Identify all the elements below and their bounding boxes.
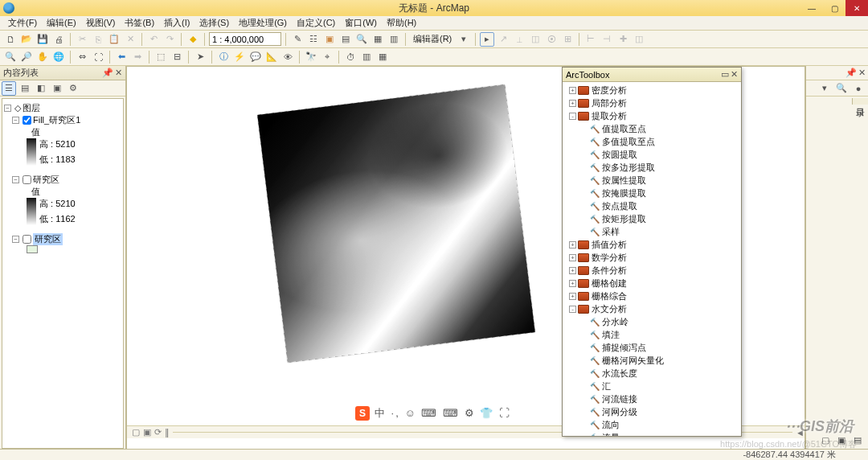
paste-icon[interactable]: 📋 — [107, 32, 121, 47]
layer-checkbox[interactable] — [23, 116, 31, 125]
map-view[interactable]: S 中 ·, ☺ ⌨ ⌨ ⚙ 👕 ⛶ ▢ ▣ ⟳ ‖ ◄ ArcToolbox … — [126, 66, 805, 450]
tool-item[interactable]: 🔨按多边形提取 — [563, 161, 741, 174]
search-icon[interactable]: 🔍 — [354, 32, 369, 47]
tree-root[interactable]: −◇图层 — [2, 102, 123, 114]
pointer-icon[interactable]: ➤ — [193, 50, 207, 64]
python-icon[interactable]: ▦ — [371, 32, 385, 47]
catalog-icon[interactable]: ▤ — [338, 32, 353, 47]
close-icon[interactable]: ✕ — [115, 68, 122, 78]
menu-insert[interactable]: 插入(I) — [159, 15, 194, 31]
toolbox-group[interactable]: -提取分析 — [563, 109, 741, 122]
edit-tool-icon[interactable]: ⊞ — [560, 32, 575, 47]
list-by-drawing-icon[interactable]: ☰ — [2, 81, 16, 96]
cut-icon[interactable]: ✂ — [75, 32, 89, 47]
tool-item[interactable]: 🔨按属性提取 — [563, 174, 741, 187]
scale-input[interactable]: 1 : 4,000,000 — [209, 32, 281, 46]
undo-icon[interactable]: ↶ — [146, 32, 161, 47]
menu-edit[interactable]: 编辑(E) — [42, 15, 81, 31]
editor-toolbar-icon[interactable]: ✎ — [290, 32, 305, 47]
pin-icon[interactable]: 📌 — [845, 68, 857, 78]
tool-item[interactable]: 🔨分水岭 — [563, 315, 741, 328]
time-slider-icon[interactable]: ⏱ — [343, 50, 358, 64]
hyperlink-icon[interactable]: ⚡ — [232, 50, 247, 64]
add-data-icon[interactable]: ◆ — [186, 32, 200, 47]
editor-label[interactable]: 编辑器(R) — [410, 33, 455, 45]
select-tool-icon[interactable]: ▸ — [480, 32, 494, 47]
tool-item[interactable]: 🔨按矩形提取 — [563, 212, 741, 225]
toolbox-group[interactable]: -水文分析 — [563, 302, 741, 315]
maximize-button[interactable]: ▢ — [823, 0, 845, 16]
tool-item[interactable]: 🔨多值提取至点 — [563, 135, 741, 148]
expand-icon[interactable]: + — [569, 87, 576, 94]
tool-item[interactable]: 🔨河流链接 — [563, 392, 741, 405]
toolbox-group[interactable]: +栅格综合 — [563, 290, 741, 302]
layer-checkbox[interactable] — [23, 235, 31, 244]
viewer-icon[interactable]: ▦ — [375, 50, 390, 64]
menu-file[interactable]: 文件(F) — [3, 15, 42, 31]
pin-icon[interactable]: 📌 — [102, 68, 113, 78]
layer-row[interactable]: −Fill_研究区1 — [2, 114, 123, 126]
copy-icon[interactable]: ⎘ — [91, 32, 105, 47]
pause-icon[interactable]: ‖ — [165, 427, 170, 437]
menu-customize[interactable]: 自定义(C) — [292, 15, 340, 31]
goto-xy-icon[interactable]: ⌖ — [320, 50, 334, 64]
full-extent-icon[interactable]: 🌐 — [51, 50, 66, 64]
modelbuilder-icon[interactable]: ▥ — [387, 32, 401, 47]
menu-help[interactable]: 帮助(H) — [382, 15, 421, 31]
fixed-zoom-out-icon[interactable]: ⛶ — [91, 50, 105, 64]
list-by-visibility-icon[interactable]: ◧ — [34, 81, 48, 96]
toolbox-group[interactable]: +栅格创建 — [563, 277, 741, 290]
collapse-icon[interactable]: − — [12, 176, 19, 183]
tool-item[interactable]: 🔨流向 — [563, 418, 741, 431]
edit-tool-icon[interactable]: ◫ — [528, 32, 542, 47]
close-button[interactable]: ✕ — [845, 0, 868, 16]
toolbox-group[interactable]: +密度分析 — [563, 84, 741, 97]
menu-geoprocessing[interactable]: 地理处理(G) — [234, 15, 292, 31]
options-icon[interactable]: ⚙ — [66, 81, 80, 96]
tool-item[interactable]: 🔨按点提取 — [563, 199, 741, 212]
save-icon[interactable]: 💾 — [35, 32, 50, 47]
collapse-icon[interactable]: − — [12, 117, 19, 124]
snap-icon[interactable]: ◫ — [632, 32, 646, 47]
refresh-icon[interactable]: ⟳ — [154, 427, 162, 437]
tool-item[interactable]: 🔨按圆提取 — [563, 148, 741, 161]
expand-icon[interactable]: + — [569, 293, 576, 300]
float-icon[interactable]: ▭ — [721, 69, 729, 80]
tool-item[interactable]: 🔨采样 — [563, 225, 741, 238]
prev-extent-icon[interactable]: ⬅ — [114, 50, 129, 64]
open-icon[interactable]: 📂 — [19, 32, 34, 47]
toolbox-group[interactable]: +条件分析 — [563, 264, 741, 277]
catalog-tab[interactable]: 目录 — [852, 98, 868, 105]
find-icon[interactable]: 🔭 — [304, 50, 318, 64]
close-icon[interactable]: ✕ — [858, 68, 866, 78]
expand-icon[interactable]: + — [569, 267, 576, 274]
list-by-source-icon[interactable]: ▤ — [18, 81, 32, 96]
layout-view-tab[interactable]: ▣ — [143, 427, 151, 437]
tool-item[interactable]: 🔨流量 — [563, 431, 741, 436]
snap-icon[interactable]: ✚ — [616, 32, 630, 47]
ime-buttons[interactable]: 中 ·, ☺ ⌨ ⌨ ⚙ 👕 ⛶ — [375, 406, 511, 421]
find-icon[interactable]: 👁 — [280, 50, 295, 64]
edit-tool-icon[interactable]: ↗ — [496, 32, 510, 47]
tool-item[interactable]: 🔨捕捉倾泻点 — [563, 341, 741, 354]
data-view-tab[interactable]: ▢ — [132, 427, 140, 437]
expand-icon[interactable]: + — [569, 241, 576, 248]
connect-icon[interactable]: ● — [851, 81, 866, 96]
select-features-icon[interactable]: ⬚ — [154, 50, 168, 64]
menu-bookmarks[interactable]: 书签(B) — [120, 15, 159, 31]
identify-icon[interactable]: ⓘ — [216, 50, 231, 64]
table-icon[interactable]: ☷ — [306, 32, 321, 47]
layer-row[interactable]: −研究区 — [2, 174, 123, 186]
redo-icon[interactable]: ↷ — [162, 32, 177, 47]
tool-item[interactable]: 🔨填洼 — [563, 328, 741, 341]
pan-icon[interactable]: ✋ — [35, 50, 50, 64]
print-icon[interactable]: 🖨 — [51, 32, 66, 47]
layer-row[interactable]: −研究区 — [2, 233, 123, 245]
close-icon[interactable]: ✕ — [731, 69, 738, 80]
measure-icon[interactable]: 📐 — [264, 50, 279, 64]
menu-window[interactable]: 窗口(W) — [340, 15, 382, 31]
delete-icon[interactable]: ✕ — [123, 32, 137, 47]
layer-checkbox[interactable] — [23, 175, 31, 184]
expand-icon[interactable]: - — [569, 113, 576, 120]
sogou-icon[interactable]: S — [355, 406, 370, 421]
